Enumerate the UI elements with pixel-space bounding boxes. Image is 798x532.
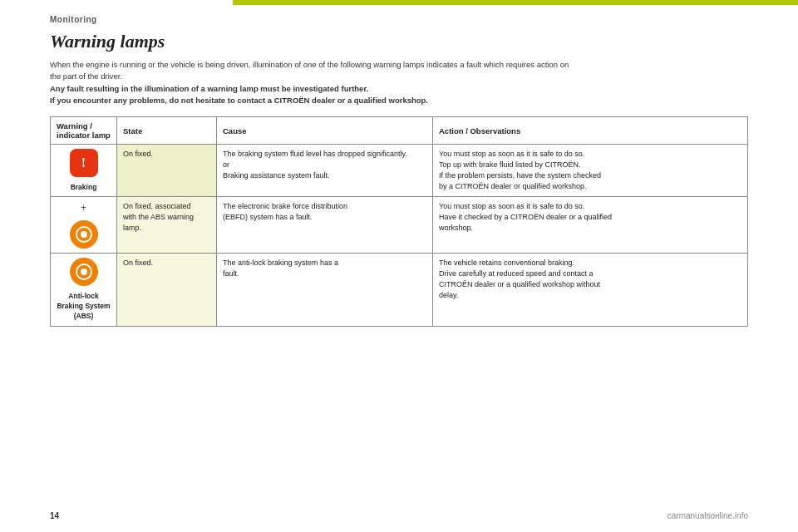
col-header-state: State <box>117 117 217 145</box>
breadcrumb: Monitoring <box>50 15 748 24</box>
icon-cell-2: + <box>57 201 111 248</box>
ebfd-icon <box>70 220 98 249</box>
braking-icon: ! <box>70 149 98 177</box>
plus-sign: + <box>81 201 86 215</box>
cause-cell-2: The electronic brake force distribution(… <box>217 197 433 253</box>
abs-svg <box>75 263 93 281</box>
brake-svg <box>75 225 93 244</box>
state-cell-1: On fixed. <box>117 145 217 197</box>
table-row: ! Braking On fixed. The braking system f… <box>51 145 748 197</box>
table-header-row: Warning / indicator lamp State Cause Act… <box>51 117 748 145</box>
table-row: + On fixed, associatedwith the ABS warni… <box>51 197 748 253</box>
intro-line-4: If you encounter any problems, do not he… <box>50 95 748 106</box>
intro-line-1: When the engine is running or the vehicl… <box>50 59 748 71</box>
action-cell-2: You must stop as soon as it is safe to d… <box>433 197 748 253</box>
lamp-cell-3: Anti-lockBraking System(ABS) <box>51 253 117 326</box>
page-number: 14 <box>50 511 59 520</box>
watermark: carmanualsонline.info <box>667 511 748 520</box>
table-row: Anti-lockBraking System(ABS) On fixed. T… <box>51 253 748 326</box>
col-header-action: Action / Observations <box>433 117 748 145</box>
action-cell-1: You must stop as soon as it is safe to d… <box>433 145 748 197</box>
intro-line-3: Any fault resulting in the illumination … <box>50 83 748 95</box>
lamp-name-3: Anti-lockBraking System(ABS) <box>57 291 110 322</box>
cause-cell-1: The braking system fluid level has dropp… <box>217 145 433 197</box>
icon-cell-1: ! Braking <box>57 149 111 192</box>
page-title: Warning lamps <box>50 31 748 52</box>
abs-icon <box>70 258 98 286</box>
intro-text: When the engine is running or the vehicl… <box>50 59 748 106</box>
lamp-cell-2: + <box>51 197 117 253</box>
warning-table: Warning / indicator lamp State Cause Act… <box>50 116 748 327</box>
col-header-cause: Cause <box>217 117 433 145</box>
icon-cell-3: Anti-lockBraking System(ABS) <box>57 258 111 322</box>
action-cell-3: The vehicle retains conventional braking… <box>433 253 748 326</box>
intro-line-2: the part of the driver. <box>50 71 748 82</box>
svg-point-1 <box>81 231 87 238</box>
col-header-lamp: Warning / indicator lamp <box>51 117 117 145</box>
svg-point-3 <box>81 268 87 275</box>
lamp-name-1: Braking <box>71 182 97 192</box>
state-cell-3: On fixed. <box>117 253 217 326</box>
lamp-cell-1: ! Braking <box>51 145 117 197</box>
cause-cell-3: The anti-lock braking system has afault. <box>217 253 433 326</box>
top-accent-bar <box>233 0 798 5</box>
page-content: Monitoring Warning lamps When the engine… <box>50 15 748 327</box>
state-cell-2: On fixed, associatedwith the ABS warning… <box>117 197 217 253</box>
